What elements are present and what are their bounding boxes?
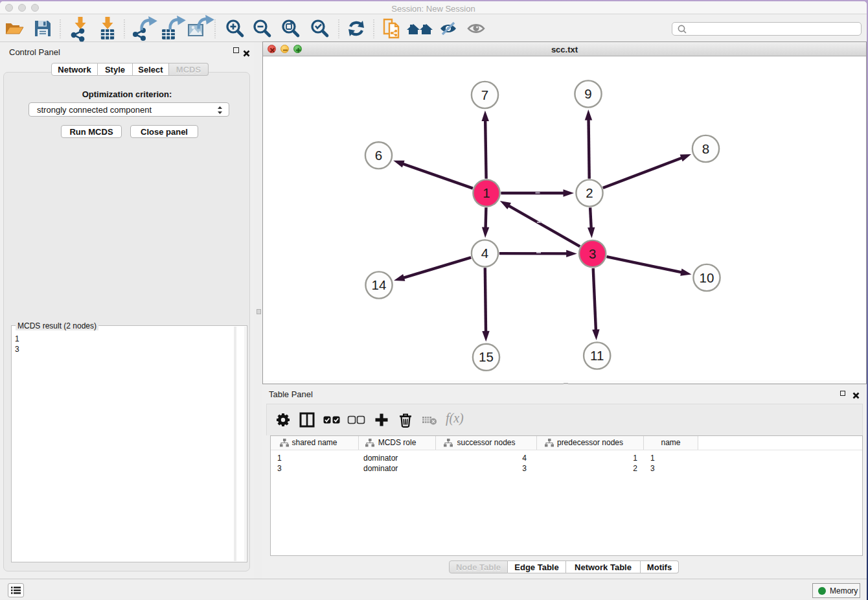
svg-text:7: 7 — [481, 87, 488, 102]
svg-text:3: 3 — [589, 246, 596, 261]
svg-text:15: 15 — [479, 349, 494, 364]
svg-text:10: 10 — [700, 270, 714, 285]
svg-text:8: 8 — [702, 141, 709, 156]
svg-text:14: 14 — [372, 277, 387, 292]
svg-text:11: 11 — [590, 348, 604, 363]
svg-text:1: 1 — [483, 185, 490, 200]
svg-text:9: 9 — [584, 86, 591, 101]
svg-text:4: 4 — [481, 246, 488, 260]
svg-text:2: 2 — [586, 185, 593, 200]
svg-text:6: 6 — [375, 148, 382, 163]
